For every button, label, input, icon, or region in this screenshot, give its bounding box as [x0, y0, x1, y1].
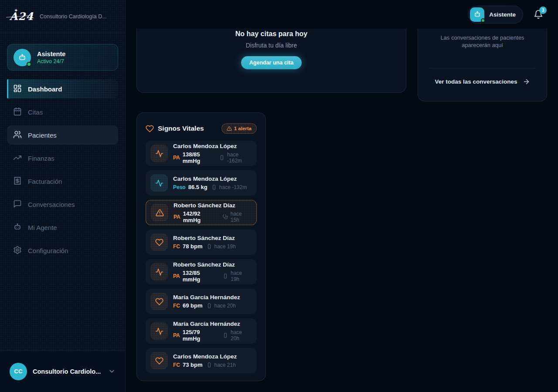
heart-icon [150, 352, 168, 369]
sidebar-item-facturacion[interactable]: Facturación [7, 172, 118, 191]
vital-value: 125/79 mmHg [183, 329, 219, 342]
vital-time: hace 20h [231, 329, 252, 341]
bot-avatar-icon [14, 49, 31, 66]
heart-icon [146, 125, 154, 133]
vital-row[interactable]: Carlos Mendoza López Peso 86.5 kg hace -… [146, 170, 257, 196]
schedule-appointment-button[interactable]: Agendar una cita [241, 56, 302, 69]
conversations-card: Las conversaciones de pacientes aparecer… [418, 29, 547, 101]
alert-triangle-icon [227, 126, 232, 131]
bot-icon [13, 223, 22, 233]
sidebar-item-pacientes[interactable]: Pacientes [7, 125, 118, 145]
assistant-button-label: Asistente [489, 11, 516, 18]
users-icon [13, 130, 22, 140]
vital-value: 132/85 mmHg [183, 270, 219, 283]
vital-label: FC [173, 243, 180, 250]
vital-time: hace 20h [214, 303, 236, 309]
sidebar-item-finanzas[interactable]: Finanzas [7, 149, 118, 168]
sidebar-nav: Dashboard Citas Pacientes Finanzas Factu… [0, 79, 125, 264]
assistant-card-status: Activo 24/7 [37, 58, 65, 64]
vital-value: 69 bpm [183, 302, 203, 309]
smartphone-icon [207, 244, 212, 249]
assistant-status-card[interactable]: Asistente Activo 24/7 [7, 44, 118, 71]
vital-time: hace 21h [214, 362, 236, 368]
vital-label: PA [174, 214, 180, 220]
top-header: Asistente 3 [126, 0, 558, 29]
heart-icon [150, 293, 168, 310]
sparkle-icon: ✦ [14, 8, 18, 13]
nav-item-label: Dashboard [28, 85, 62, 93]
online-status-dot [27, 62, 31, 67]
vital-time: hace 19h [231, 270, 252, 282]
smartphone-icon [207, 362, 212, 368]
divider [429, 68, 535, 68]
vital-row[interactable]: María García Hernández FC 69 bpm hace 20… [146, 289, 257, 314]
vital-row[interactable]: María García Hernández PA 125/79 mmHg ha… [146, 318, 257, 344]
online-status-dot [481, 18, 485, 23]
vital-label: FC [173, 303, 180, 309]
activity-icon [150, 263, 168, 280]
sidebar: A24✦ Consultorio Cardiología D... Asiste… [0, 0, 126, 392]
activity-icon [150, 322, 168, 340]
vital-value: 78 bpm [183, 243, 203, 250]
account-avatar: CC [10, 363, 27, 380]
vital-time: hace -132m [219, 184, 247, 190]
receipt-icon [13, 176, 22, 186]
conversations-empty-text: Las conversaciones de pacientes aparecer… [418, 34, 547, 49]
view-all-conversations-link[interactable]: Ver todas las conversaciones [418, 78, 547, 85]
sidebar-item-mi-agente[interactable]: Mi Agente [7, 218, 118, 237]
notifications-button[interactable]: 3 [534, 10, 543, 19]
vital-row[interactable]: Carlos Mendoza López PA 138/85 mmHg hace… [146, 141, 257, 166]
vital-patient-name: Carlos Mendoza López [173, 353, 237, 360]
vital-label: PA [173, 155, 180, 161]
vital-row[interactable]: Roberto Sánchez Díaz PA 142/92 mmHg hace… [146, 200, 257, 225]
vital-row[interactable]: Roberto Sánchez Díaz FC 78 bpm hace 19h [146, 230, 257, 255]
sidebar-item-conversaciones[interactable]: Conversaciones [7, 195, 118, 214]
assistant-header-button[interactable]: Asistente [468, 6, 523, 24]
smartphone-icon [223, 274, 228, 279]
sidebar-item-configuracion[interactable]: Configuración [7, 241, 118, 260]
sidebar-item-citas[interactable]: Citas [7, 102, 118, 122]
vital-time: hace 19h [214, 243, 236, 250]
vitals-alert-badge[interactable]: 1 alerta [221, 123, 257, 134]
vital-label: FC [173, 362, 180, 368]
arrow-right-icon [523, 78, 530, 85]
vitals-card-header: Signos Vitales 1 alerta [146, 123, 257, 134]
appointments-empty-title: No hay citas para hoy [235, 30, 307, 38]
nav-item-label: Pacientes [28, 132, 57, 139]
alert-icon [151, 204, 168, 221]
main-content: Asistente 3 No hay citas para hoy Disfru… [126, 0, 558, 392]
vital-patient-name: Roberto Sánchez Díaz [173, 235, 236, 241]
vital-value: 142/92 mmHg [183, 210, 219, 223]
bot-avatar-icon [470, 7, 484, 22]
gear-icon [13, 246, 22, 256]
dashboard-icon [13, 84, 22, 94]
vital-row[interactable]: Roberto Sánchez Díaz PA 132/85 mmHg hace… [146, 259, 257, 284]
notification-count-badge: 3 [539, 7, 547, 14]
heart-icon [150, 233, 168, 251]
account-name: Consultorio Cardiolo... [33, 368, 101, 375]
sidebar-header: A24✦ Consultorio Cardiología D... [0, 0, 125, 33]
vitals-card-title: Signos Vitales [158, 125, 204, 132]
activity-icon [150, 145, 168, 162]
nav-item-label: Configuración [28, 247, 68, 254]
vital-value: 86.5 kg [188, 184, 208, 190]
smartphone-icon [223, 333, 228, 338]
vital-row[interactable]: Carlos Mendoza López FC 73 bpm hace 21h [146, 348, 257, 373]
chevron-down-icon [108, 368, 116, 375]
smartphone-icon [211, 185, 217, 190]
vital-patient-name: Roberto Sánchez Díaz [174, 202, 252, 209]
activity-icon [150, 174, 168, 192]
vital-value: 73 bpm [183, 362, 203, 368]
account-switcher[interactable]: CC Consultorio Cardiolo... [0, 350, 125, 392]
view-all-conversations-label: Ver todas las conversaciones [435, 78, 517, 85]
vital-label: PA [173, 332, 180, 338]
stethoscope-icon [223, 214, 228, 220]
nav-item-label: Finanzas [28, 155, 54, 162]
sidebar-item-dashboard[interactable]: Dashboard [7, 79, 118, 98]
smartphone-icon [207, 303, 212, 308]
appointments-card: No hay citas para hoy Disfruta tu día li… [136, 29, 406, 93]
appointments-empty-subtitle: Disfruta tu día libre [246, 42, 297, 49]
trending-up-icon [13, 153, 22, 163]
clinic-name: Consultorio Cardiología D... [40, 14, 107, 20]
nav-item-label: Citas [28, 108, 43, 116]
